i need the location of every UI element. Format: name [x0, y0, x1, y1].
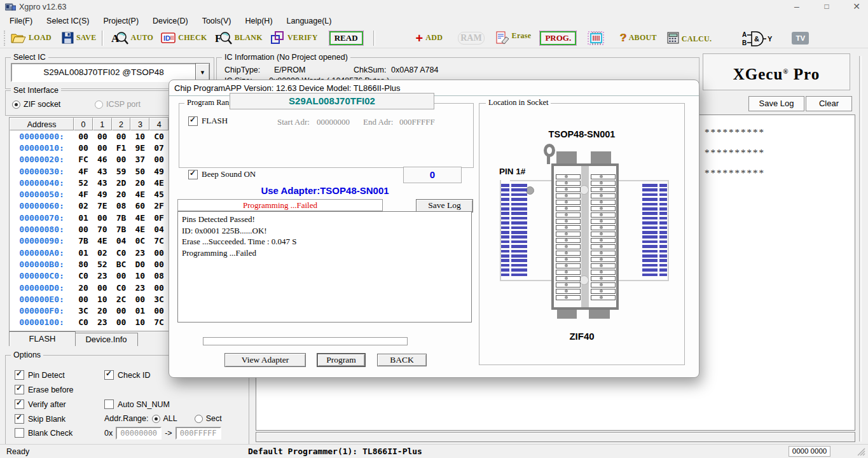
slot-pin-icon [600, 213, 603, 216]
dialog-save-log-button[interactable]: Save Log [416, 199, 473, 212]
logic-gate-icon: A B & Y [742, 30, 773, 46]
blank-check-label: Blank Check [28, 429, 72, 438]
dialog-subtitle: APP Version: 12.63 Device Model: TL866II… [225, 83, 401, 93]
skip-blank-checkbox[interactable]: Skip Blank [15, 414, 65, 424]
range-end-field[interactable]: 000FFFFF [176, 427, 221, 440]
chip-pin-bar [501, 198, 509, 201]
maximize-button[interactable]: □ [816, 1, 837, 13]
chip-pin-bar [511, 188, 527, 191]
hex-cell: 4E [130, 190, 149, 199]
verify-button[interactable]: VERIFY [270, 31, 318, 45]
chip-pin-bar [659, 184, 667, 187]
chip-pin-bar [511, 217, 527, 220]
table-row: 00000000:00000010C0 [10, 130, 169, 142]
check-id-checkbox[interactable]: Check ID [104, 370, 150, 380]
ic-test-button[interactable] [588, 31, 604, 46]
rail-screw-icon [579, 275, 589, 285]
operation-status: Programming ...Failed [177, 199, 383, 211]
range-arrow: -> [165, 429, 172, 438]
add-button[interactable]: + ADD [416, 32, 443, 44]
erase-before-checkbox[interactable]: Erase before [15, 385, 74, 394]
hex-cell: 01 [130, 306, 149, 316]
icsp-port-radio[interactable]: ICSP port [95, 100, 141, 109]
tab-flash[interactable]: FLASH [9, 331, 76, 346]
hex-header-cell: 1 [93, 118, 112, 130]
slot-pin-icon [565, 258, 568, 261]
hex-cell: 00 [74, 143, 93, 153]
auto-sn-checkbox[interactable]: Auto SN_NUM [104, 399, 170, 409]
ram-button: RAM [458, 32, 484, 45]
chip-pin-bar [501, 207, 509, 211]
table-row: 000000D0:2000C02300 [10, 282, 169, 293]
table-row: 00000010:0000F19E07 [10, 142, 169, 153]
hex-cell: 4E [93, 236, 112, 246]
hex-cell: 02 [74, 201, 93, 211]
about-button[interactable]: ? ABOUT [619, 32, 657, 45]
clear-button[interactable]: Clear [806, 96, 852, 111]
logic-gate-button[interactable]: A B & Y [742, 30, 773, 46]
check-button[interactable]: ID CHECK [161, 32, 207, 44]
range-start-field[interactable]: 00000000 [116, 427, 162, 440]
chip-pin-bar [501, 259, 509, 262]
tab-device-info[interactable]: Device.Info [74, 333, 138, 346]
verify-after-checkbox[interactable]: Verify after [15, 399, 66, 409]
minimize-button[interactable]: – [786, 1, 808, 13]
hex-cell: 7C [149, 317, 169, 327]
chip-pin-bar [501, 254, 509, 258]
slot-pin-icon [565, 289, 568, 293]
start-adr-label: Start Adr: [277, 117, 310, 127]
start-adr-value: 00000000 [317, 117, 350, 127]
logo-brand: XGecu [733, 66, 783, 83]
back-button[interactable]: BACK [377, 354, 427, 366]
hex-header-cell: 0 [74, 118, 93, 130]
menu-item[interactable]: Select IC(S) [39, 15, 96, 27]
hex-cell: 23 [130, 283, 149, 293]
beep-checkbox[interactable]: Beep Sound ON [188, 169, 256, 179]
resize-grip-icon[interactable] [857, 448, 865, 456]
menu-item[interactable]: File(F) [3, 15, 39, 27]
chip-pin-bar [511, 268, 527, 272]
hex-cell: 3C [74, 306, 93, 316]
tv-icon[interactable]: TV [792, 32, 809, 45]
menu-item[interactable]: Tools(V) [195, 15, 238, 27]
hex-cell: 10 [130, 317, 149, 327]
selected-ic-combobox[interactable]: S29AL008J70TFI02 @TSOP48 [11, 63, 196, 82]
socket-slot [591, 251, 616, 256]
program-button[interactable]: Program [317, 354, 365, 366]
chip-pin-bar [659, 245, 667, 248]
flash-checkbox[interactable]: FLASH [188, 116, 228, 126]
load-button[interactable]: LOAD [11, 32, 52, 44]
calcu-button[interactable]: CALCU. [667, 32, 712, 44]
pin-detect-checkbox[interactable]: Pin Detect [15, 370, 65, 380]
addr-range-all-radio[interactable] [152, 415, 160, 423]
zif-socket-radio[interactable]: ZIF socket [12, 100, 60, 109]
prog-button[interactable]: PROG. [540, 31, 576, 45]
menu-item[interactable]: Device(D) [146, 15, 195, 27]
blank-button[interactable]: F BLANK [215, 31, 263, 45]
menu-item[interactable]: Help(H) [238, 15, 279, 27]
close-button[interactable]: ✕ [846, 1, 867, 13]
addr-range-row: Addr.Range: ALL Sect [104, 414, 222, 423]
addr-range-sect-radio[interactable] [195, 415, 203, 423]
check-id-icon: ID [161, 32, 176, 44]
save-log-button[interactable]: Save Log [748, 96, 804, 111]
erase-button[interactable]: Erase [496, 31, 532, 45]
chip-pin-bar [642, 245, 658, 248]
socket-slot [556, 206, 581, 211]
read-button[interactable]: READ [329, 31, 363, 45]
socket-slot [591, 187, 616, 192]
view-adapter-button[interactable]: View Adapter [224, 353, 306, 367]
blank-check-checkbox[interactable]: Blank Check [15, 428, 72, 438]
hex-cell: 43 [93, 178, 112, 188]
hex-cell: C0 [74, 317, 93, 327]
hex-address: 00000100: [10, 317, 74, 327]
chip-pin-bar [511, 203, 527, 206]
auto-button[interactable]: A AUTO [111, 31, 154, 45]
menu-item[interactable]: Language(L) [280, 15, 339, 27]
hex-buffer-table[interactable]: Address01234 00000000:00000010C000000010… [9, 117, 169, 331]
chip-pin-bar [659, 226, 667, 230]
guide-line [510, 180, 551, 181]
slot-pin-icon [565, 296, 568, 299]
save-button[interactable]: SAVE [62, 32, 97, 44]
menu-item[interactable]: Project(P) [97, 15, 146, 27]
